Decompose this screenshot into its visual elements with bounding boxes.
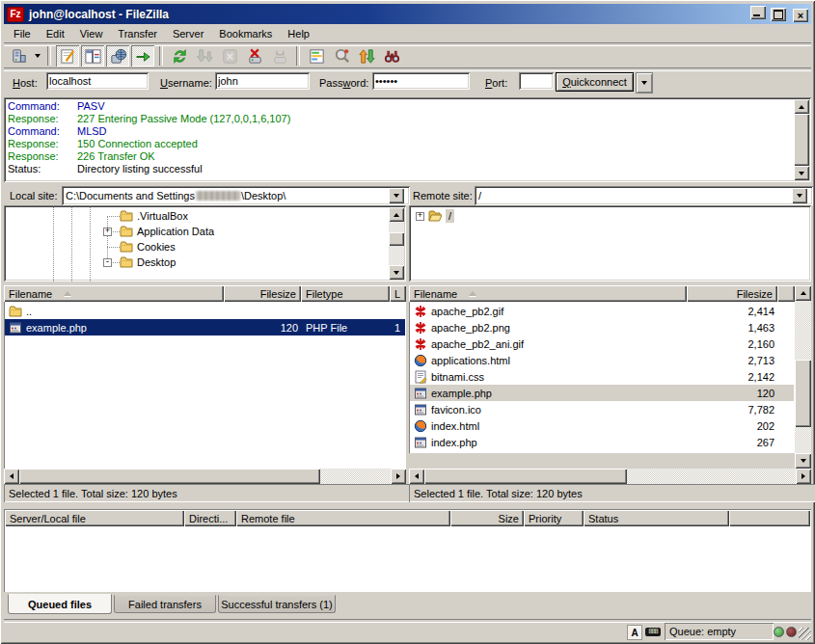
port-input[interactable] (519, 72, 554, 90)
remote-file-row[interactable]: index.php267 (410, 434, 794, 450)
maximize-button[interactable] (771, 8, 786, 21)
quickconnect-button[interactable]: Quickconnect (556, 72, 634, 92)
column-header-priority[interactable]: Priority (524, 510, 584, 526)
local-hscrollbar-thumb[interactable] (19, 469, 320, 484)
ascii-transfer-type-icon[interactable]: A (627, 625, 642, 640)
column-header-l[interactable]: L (390, 285, 406, 302)
local-file-size: 120 (281, 322, 298, 334)
reconnect-button[interactable] (268, 45, 291, 67)
remote-scroll-left-button[interactable] (409, 469, 424, 484)
remote-site-combo-arrow[interactable] (792, 188, 807, 203)
tab-failed-transfers[interactable]: Failed transfers (114, 595, 216, 613)
column-header-remote-file[interactable]: Remote file (236, 510, 450, 526)
cancel-operation-button[interactable] (218, 45, 241, 67)
local-scroll-right-button[interactable] (391, 469, 406, 484)
column-header-status[interactable]: Status (584, 510, 729, 526)
menu-edit[interactable]: Edit (39, 26, 72, 41)
toggle-local-tree-button[interactable] (81, 45, 104, 67)
close-button[interactable]: × (793, 9, 808, 22)
local-tree-item[interactable]: Desktop (120, 255, 389, 270)
column-header-directi-[interactable]: Directi... (184, 510, 236, 526)
local-site-combo-arrow[interactable] (389, 188, 404, 203)
image-file-icon (414, 321, 427, 335)
column-header-server-local-file[interactable]: Server/Local file (5, 510, 184, 526)
column-header-filesize[interactable]: Filesize (687, 285, 777, 302)
remote-site-combo[interactable]: / (475, 186, 813, 205)
resize-grip[interactable] (799, 628, 811, 640)
remote-file-size: 1,463 (747, 322, 774, 334)
column-header-filesize[interactable]: Filesize (224, 285, 301, 302)
log-scroll-down-button[interactable] (794, 166, 809, 180)
toggle-message-log-button[interactable] (56, 45, 79, 67)
column-header-filename[interactable]: Filename (409, 285, 687, 302)
disconnect-button[interactable] (243, 45, 266, 67)
local-tree-scroll-down-button[interactable] (389, 265, 404, 280)
minimize-icon (753, 14, 760, 16)
remote-file-row[interactable]: apache_pb2_ani.gif2,160 (410, 335, 794, 352)
column-header-spacer[interactable] (729, 510, 810, 526)
remote-tree-item[interactable]: / (428, 208, 811, 224)
remote-file-row[interactable]: example.php120 (410, 385, 794, 401)
tree-collapse-icon[interactable]: - (103, 258, 112, 267)
column-header-size[interactable]: Size (450, 510, 524, 526)
log-line: Command:PASV (8, 100, 792, 113)
remote-scroll-up-button[interactable] (795, 285, 811, 301)
tab-successful-transfers-1[interactable]: Successful transfers (1) (218, 595, 336, 613)
tab-queued-files[interactable]: Queued files (8, 594, 112, 614)
local-tree-scroll-up-button[interactable] (389, 207, 404, 222)
speed-limits-icon[interactable]: 888 (645, 628, 661, 636)
directory-filter-button[interactable] (305, 45, 328, 67)
minimize-button[interactable] (750, 6, 766, 19)
password-input[interactable] (372, 72, 470, 90)
local-file-row[interactable]: example.php120PHP File1 (5, 319, 405, 335)
column-header-filetype[interactable]: Filetype (301, 285, 390, 302)
remote-file-row[interactable]: favicon.ico7,782 (410, 401, 794, 417)
remote-file-row[interactable]: index.html202 (410, 417, 794, 434)
remote-status-line: Selected 1 file. Total size: 120 bytes (409, 484, 815, 502)
green-led-icon (774, 627, 784, 637)
toggle-remote-tree-button[interactable] (106, 45, 129, 67)
remote-file-row[interactable]: apache_pb2.png1,463 (410, 319, 794, 335)
site-manager-dropdown-button[interactable] (31, 45, 43, 67)
tree-guide-line (107, 216, 108, 262)
local-directory-tree: .VirtualBox+Application DataCookies-Desk… (4, 205, 389, 282)
username-input[interactable] (215, 72, 310, 90)
host-input[interactable] (46, 72, 149, 90)
remote-file-row[interactable]: applications.html2,713 (410, 352, 794, 368)
local-tree-item[interactable]: Application Data (120, 224, 389, 239)
menu-view[interactable]: View (72, 26, 111, 41)
find-files-button[interactable] (380, 45, 403, 67)
synchronized-browsing-button[interactable] (355, 45, 378, 67)
remote-vscrollbar-thumb[interactable] (795, 360, 811, 427)
directory-comparison-button[interactable] (330, 45, 353, 67)
local-tree-item[interactable]: Cookies (120, 239, 389, 255)
local-scroll-left-button[interactable] (4, 469, 19, 484)
local-tree-scrollbar-thumb[interactable] (389, 232, 404, 246)
local-file-row[interactable]: .. (5, 303, 405, 319)
remote-scroll-down-button[interactable] (795, 453, 811, 469)
quickconnect-dropdown-button[interactable] (636, 72, 653, 94)
menu-transfer[interactable]: Transfer (110, 26, 165, 41)
toggle-queue-button[interactable] (131, 45, 154, 67)
tree-expand-icon[interactable]: + (103, 228, 112, 236)
menu-help[interactable]: Help (280, 26, 317, 41)
menu-server[interactable]: Server (165, 26, 211, 41)
local-tree-item[interactable]: .VirtualBox (120, 208, 389, 224)
column-header-spacer[interactable] (777, 285, 795, 302)
refresh-button[interactable] (168, 45, 191, 67)
remote-scroll-right-button[interactable] (796, 469, 811, 484)
column-header-filename[interactable]: Filename (4, 285, 224, 302)
tree-expand-icon[interactable]: + (416, 212, 424, 221)
menu-file[interactable]: File (6, 26, 39, 41)
remote-file-size: 7,782 (747, 404, 774, 416)
remote-file-row[interactable]: bitnami.css2,142 (410, 368, 794, 385)
log-scroll-up-button[interactable] (794, 99, 809, 114)
local-site-combo[interactable]: C:\Documents and Settings\Desktop\ (62, 186, 410, 205)
remote-file-row[interactable]: apache_pb2.gif2,414 (410, 303, 794, 319)
menu-bookmarks[interactable]: Bookmarks (211, 26, 280, 41)
log-scrollbar-thumb[interactable] (794, 114, 809, 166)
remote-hscrollbar-thumb[interactable] (424, 469, 627, 484)
open-folder-icon (428, 209, 442, 223)
process-queue-button[interactable] (193, 45, 216, 67)
site-manager-button[interactable] (7, 45, 30, 67)
